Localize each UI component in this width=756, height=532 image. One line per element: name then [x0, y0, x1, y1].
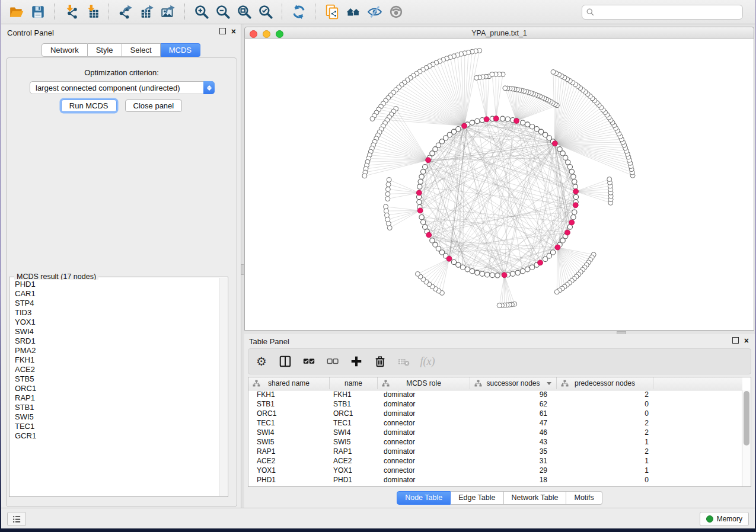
mcds-node[interactable]	[462, 123, 467, 129]
tab-network-table[interactable]: Network Table	[504, 491, 567, 505]
task-history-button[interactable]	[7, 512, 26, 526]
mcds-node[interactable]	[538, 260, 543, 265]
table-scrollbar[interactable]	[742, 390, 751, 486]
mcds-node[interactable]	[417, 208, 423, 213]
columns-icon[interactable]	[278, 354, 292, 368]
first-neighbors-icon[interactable]	[344, 3, 362, 21]
table-row[interactable]: TEC1TEC1connector472	[248, 418, 742, 428]
export-image-icon[interactable]	[160, 3, 177, 21]
close-panel-button[interactable]: Close panel	[125, 100, 183, 112]
cell-name: RAP1	[330, 447, 378, 456]
mcds-result-item[interactable]: YOX1	[10, 318, 219, 327]
mcds-result-item[interactable]: TEC1	[10, 422, 219, 431]
float-panel-icon[interactable]	[219, 28, 226, 34]
search-box[interactable]	[582, 5, 743, 20]
new-network-from-selection-icon[interactable]	[323, 3, 341, 21]
mcds-node[interactable]	[446, 256, 452, 261]
network-graph[interactable]	[245, 39, 754, 330]
gear-icon[interactable]: ⚙	[254, 354, 269, 368]
table-row[interactable]: ACE2ACE2connector311	[248, 456, 742, 466]
mcds-result-item[interactable]: STB5	[10, 374, 219, 384]
table-row[interactable]: YOX1YOX1connector291	[248, 466, 742, 475]
mcds-result-item[interactable]: SRD1	[10, 336, 219, 346]
export-network-icon[interactable]	[117, 3, 135, 21]
tab-node-table[interactable]: Node Table	[397, 491, 451, 505]
tab-network[interactable]: Network	[42, 43, 88, 57]
optimization-criterion-dropdown[interactable]: largest connected component (undirected)	[30, 81, 215, 94]
scrollbar-thumb[interactable]	[744, 391, 749, 446]
refresh-icon[interactable]	[290, 3, 308, 21]
column-header-MCDS-role[interactable]: MCDS role	[378, 377, 470, 389]
mcds-node[interactable]	[426, 232, 432, 238]
deselect-all-icon[interactable]	[326, 354, 340, 368]
table-row[interactable]: SWI4SWI4dominator462	[248, 428, 742, 437]
mcds-node[interactable]	[426, 158, 431, 163]
mcds-node[interactable]	[416, 190, 422, 196]
mcds-node[interactable]	[569, 220, 575, 225]
table-row[interactable]: PHD1PHD1dominator180	[248, 475, 742, 485]
select-all-icon[interactable]	[302, 354, 316, 368]
search-input[interactable]	[597, 8, 739, 17]
tab-edge-table[interactable]: Edge Table	[451, 491, 503, 505]
tab-select[interactable]: Select	[122, 43, 161, 57]
mcds-node[interactable]	[484, 117, 489, 122]
memory-button[interactable]: Memory	[700, 512, 749, 526]
table-row[interactable]: RAP1RAP1dominator352	[248, 447, 742, 456]
add-icon[interactable]	[349, 354, 363, 368]
mcds-node[interactable]	[573, 203, 578, 208]
network-window-titlebar[interactable]: YPA_prune.txt_1	[244, 27, 754, 39]
tab-style[interactable]: Style	[88, 43, 122, 57]
mcds-node[interactable]	[564, 230, 570, 235]
delete-icon[interactable]	[373, 354, 387, 368]
cell-successor-nodes: 43	[470, 437, 557, 447]
run-mcds-button[interactable]: Run MCDS	[61, 100, 117, 112]
mcds-node[interactable]	[502, 273, 507, 278]
zoom-selected-icon[interactable]	[257, 3, 275, 21]
mcds-result-item[interactable]: CAR1	[10, 289, 219, 299]
column-header-successor-nodes[interactable]: successor nodes	[470, 377, 557, 389]
mcds-result-item[interactable]: STB1	[10, 403, 219, 412]
float-panel-icon[interactable]	[732, 337, 739, 344]
close-panel-icon[interactable]: ×	[231, 28, 236, 34]
mcds-node[interactable]	[493, 116, 499, 121]
hide-selected-icon[interactable]	[366, 3, 384, 21]
mcds-node[interactable]	[573, 189, 579, 194]
column-label: successor nodes	[486, 379, 540, 387]
mcds-result-item[interactable]: TID3	[10, 308, 219, 318]
mcds-result-item[interactable]: ORC1	[10, 384, 219, 393]
table-row[interactable]: SWI5SWI5connector431	[248, 437, 742, 447]
open-icon[interactable]	[8, 3, 25, 21]
mcds-node[interactable]	[514, 118, 519, 124]
mcds-result-item[interactable]: SWI5	[10, 412, 219, 422]
table-row[interactable]: STB1STB1dominator620	[248, 399, 742, 409]
mcds-result-item[interactable]: PHD1	[10, 280, 219, 289]
export-table-icon[interactable]	[138, 3, 156, 21]
mcds-node[interactable]	[555, 245, 560, 250]
import-table-icon[interactable]	[84, 3, 101, 21]
show-all-icon[interactable]	[387, 3, 405, 21]
mcds-result-item[interactable]: STP4	[10, 299, 219, 308]
tab-mcds[interactable]: MCDS	[161, 43, 200, 57]
column-header-shared-name[interactable]: shared name	[248, 377, 330, 389]
result-scrollbar[interactable]	[219, 278, 227, 496]
column-header-name[interactable]: name	[330, 377, 378, 389]
mcds-result-item[interactable]: PMA2	[10, 346, 219, 355]
mcds-node[interactable]	[552, 141, 557, 146]
mcds-result-item[interactable]: ACE2	[10, 365, 219, 374]
mcds-result-item[interactable]: SWI4	[10, 327, 219, 336]
table-row[interactable]: ORC1ORC1dominator610	[248, 409, 742, 418]
mcds-result-item[interactable]: RAP1	[10, 393, 219, 403]
import-network-icon[interactable]	[62, 3, 80, 21]
save-icon[interactable]	[29, 3, 47, 21]
table-row[interactable]: FKH1FKH1dominator962	[248, 390, 742, 399]
network-canvas[interactable]	[244, 39, 754, 331]
tab-motifs[interactable]: Motifs	[566, 491, 602, 505]
mcds-result-item[interactable]: GCR1	[10, 431, 219, 441]
zoom-in-icon[interactable]	[193, 3, 210, 21]
mcds-result-item[interactable]: FKH1	[10, 355, 219, 365]
column-header-predecessor-nodes[interactable]: predecessor nodes	[557, 377, 653, 389]
close-panel-icon[interactable]: ×	[744, 338, 749, 344]
cell-predecessor-nodes: 1	[557, 456, 653, 466]
zoom-out-icon[interactable]	[214, 3, 232, 21]
zoom-fit-icon[interactable]	[235, 3, 253, 21]
